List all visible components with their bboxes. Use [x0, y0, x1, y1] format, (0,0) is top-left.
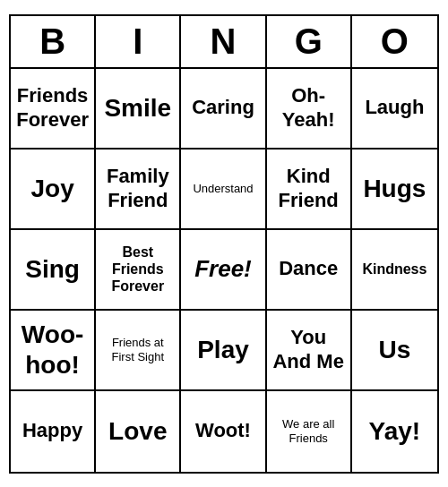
- bingo-grid: Friends ForeverSmileCaringOh-Yeah!LaughJ…: [11, 69, 437, 472]
- bingo-cell[interactable]: Yay!: [352, 391, 437, 472]
- bingo-cell[interactable]: Kindness: [352, 230, 437, 311]
- bingo-cell[interactable]: Friends Forever: [11, 69, 96, 150]
- cell-text: Kind Friend: [271, 165, 347, 212]
- header-letter: N: [181, 16, 266, 67]
- cell-text: Best Friends Forever: [99, 244, 176, 295]
- cell-text: Love: [108, 416, 167, 447]
- bingo-header: BINGO: [11, 16, 437, 69]
- header-letter: G: [267, 16, 352, 67]
- bingo-cell[interactable]: Sing: [11, 230, 96, 311]
- cell-text: Caring: [192, 96, 254, 119]
- bingo-cell[interactable]: Joy: [11, 150, 96, 230]
- bingo-cell[interactable]: Understand: [181, 150, 266, 230]
- cell-text: Woo-hoo!: [14, 320, 90, 380]
- bingo-cell[interactable]: Best Friends Forever: [96, 230, 181, 311]
- cell-text: Oh-Yeah!: [271, 84, 347, 132]
- cell-text: Friends at First Sight: [99, 336, 176, 363]
- bingo-cell[interactable]: We are all Friends: [267, 391, 352, 472]
- bingo-cell[interactable]: Us: [352, 311, 437, 391]
- bingo-cell[interactable]: Free!: [181, 230, 266, 311]
- header-letter: B: [11, 16, 96, 67]
- bingo-cell[interactable]: Family Friend: [96, 150, 181, 230]
- cell-text: Kindness: [362, 261, 426, 278]
- cell-text: Yay!: [369, 416, 421, 447]
- bingo-cell[interactable]: Play: [181, 311, 266, 391]
- bingo-cell[interactable]: Happy: [11, 391, 96, 472]
- cell-text: Family Friend: [99, 165, 176, 212]
- bingo-cell[interactable]: Woo-hoo!: [11, 311, 96, 391]
- header-letter: O: [352, 16, 437, 67]
- cell-text: Woot!: [195, 419, 251, 442]
- bingo-cell[interactable]: Kind Friend: [267, 150, 352, 230]
- cell-text: Happy: [22, 419, 82, 442]
- bingo-cell[interactable]: Woot!: [181, 391, 266, 472]
- cell-text: Free!: [194, 255, 252, 283]
- header-letter: I: [96, 16, 181, 67]
- bingo-cell[interactable]: Love: [96, 391, 181, 472]
- cell-text: We are all Friends: [271, 417, 347, 445]
- cell-text: Play: [197, 335, 249, 365]
- cell-text: Hugs: [363, 174, 426, 204]
- cell-text: Understand: [193, 182, 253, 196]
- bingo-cell[interactable]: You And Me: [267, 311, 352, 391]
- cell-text: Friends Forever: [14, 84, 90, 132]
- bingo-cell[interactable]: Laugh: [352, 69, 437, 150]
- bingo-cell[interactable]: Dance: [267, 230, 352, 311]
- bingo-card: BINGO Friends ForeverSmileCaringOh-Yeah!…: [9, 14, 439, 474]
- cell-text: You And Me: [271, 326, 347, 373]
- cell-text: Us: [378, 335, 410, 365]
- bingo-cell[interactable]: Caring: [181, 69, 266, 150]
- bingo-cell[interactable]: Oh-Yeah!: [267, 69, 352, 150]
- cell-text: Smile: [104, 93, 171, 124]
- cell-text: Laugh: [365, 96, 424, 119]
- cell-text: Joy: [30, 174, 73, 204]
- cell-text: Dance: [279, 257, 338, 280]
- cell-text: Sing: [25, 254, 80, 285]
- bingo-cell[interactable]: Smile: [96, 69, 181, 150]
- bingo-cell[interactable]: Hugs: [352, 150, 437, 230]
- bingo-cell[interactable]: Friends at First Sight: [96, 311, 181, 391]
